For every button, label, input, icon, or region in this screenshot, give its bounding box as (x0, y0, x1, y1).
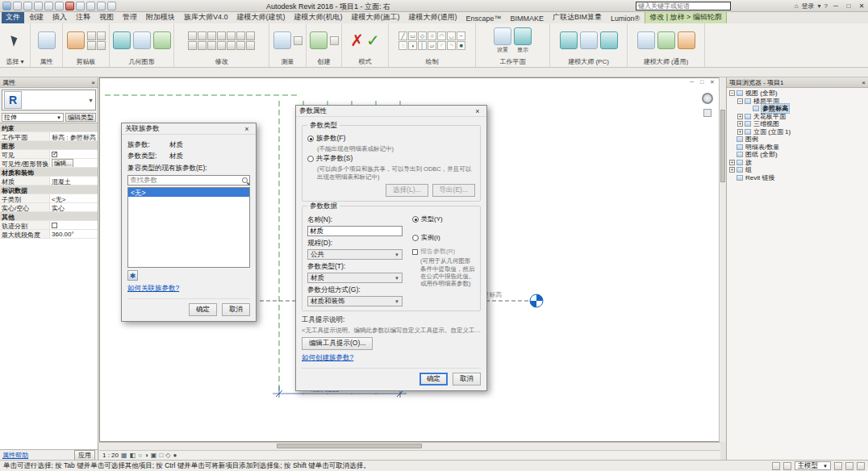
browser-item[interactable]: −楼层平面 (727, 98, 868, 106)
property-value[interactable]: <无> (50, 194, 98, 202)
property-value[interactable]: 360.00° (50, 230, 98, 238)
expand-icon[interactable]: + (737, 129, 743, 135)
draw-circle-icon[interactable]: ○ (428, 31, 436, 40)
array-icon[interactable] (198, 41, 207, 50)
parameter-list-item[interactable]: <无> (128, 188, 249, 197)
tab-12[interactable]: Enscape™ (462, 14, 506, 23)
property-row[interactable]: 材质混凝土 (0, 177, 98, 185)
measure-icon[interactable] (65, 2, 74, 10)
set-workplane-tool[interactable]: 设置 (494, 27, 511, 54)
browser-item[interactable]: −视图 (全部) (727, 90, 868, 98)
worksets-icon[interactable] (772, 462, 780, 470)
temporary-hide-icon[interactable]: ◇ (165, 452, 170, 459)
reveal-hidden-icon[interactable]: ● (173, 452, 177, 459)
panel-label-geometry[interactable]: 几何图形 (110, 57, 173, 67)
param-ok-button[interactable]: 确定 (419, 373, 448, 386)
new-parameter-button[interactable]: ✱ (127, 270, 138, 281)
tab-8[interactable]: 建模大师(建筑) (233, 11, 290, 23)
instance-option[interactable]: 实例(I) (412, 233, 475, 242)
name-input[interactable] (307, 226, 403, 236)
tab-9[interactable]: 建模大师(机电) (290, 11, 347, 23)
panel-label-mm-pc[interactable]: 建模大师 (PC) (550, 57, 627, 67)
collapse-icon[interactable]: − (737, 98, 743, 104)
draw-center-arc-icon[interactable]: ◝ (447, 41, 456, 50)
param-type-combo[interactable]: 材质 ▼ (307, 273, 403, 283)
view-window-controls[interactable]: ─ □ ✕ (690, 79, 717, 85)
assoc-dialog-close-icon[interactable]: × (241, 125, 252, 133)
tab-10[interactable]: 建模大师(施工) (348, 11, 404, 23)
collapse-icon[interactable]: − (729, 90, 735, 96)
open-icon[interactable] (13, 2, 22, 10)
group-by-combo[interactable]: 材质和装饰 ▼ (307, 296, 403, 306)
discipline-combo[interactable]: 公共 ▼ (307, 249, 403, 260)
type-selector[interactable]: R ▼ (2, 90, 96, 110)
match-props-icon[interactable] (97, 41, 106, 50)
export-shared-button[interactable]: 导出(E)... (432, 184, 475, 197)
type-selector-chevron-down-icon[interactable]: ▼ (88, 98, 94, 103)
property-row[interactable]: 工作平面标高 : 参照标高 (0, 132, 98, 141)
move-icon[interactable] (217, 31, 226, 40)
instance-radio[interactable] (412, 235, 419, 241)
split-icon[interactable] (188, 41, 197, 50)
tab-5[interactable]: 管理 (119, 11, 141, 23)
measure-tool-icon[interactable] (273, 31, 291, 49)
edit-tooltip-button[interactable]: 编辑工具提示(O)... (302, 337, 373, 350)
draw-ellipse-icon[interactable]: ◌ (399, 41, 407, 50)
infocenter-search-input[interactable] (636, 2, 731, 10)
offset-icon[interactable] (198, 31, 207, 40)
property-value[interactable]: 实心 (50, 203, 98, 211)
select-shared-button[interactable]: 选择(L)... (386, 184, 428, 197)
draw-partial-ellipse-icon[interactable]: ◖ (408, 41, 417, 50)
pick-lines-icon[interactable]: │ (418, 41, 427, 50)
panel-label-workplane[interactable]: 工作平面 (476, 57, 549, 67)
property-row[interactable]: 可见性/图形替换编辑... (0, 159, 98, 168)
property-value[interactable] (50, 221, 98, 229)
tab-4[interactable]: 视图 (95, 11, 118, 23)
property-value[interactable]: 标高 : 参照标高 (50, 132, 98, 140)
browser-item[interactable]: +三维视图 (727, 120, 868, 128)
expand-icon[interactable]: + (737, 121, 743, 127)
scale-control[interactable]: 1 : 20 (102, 452, 119, 459)
property-value[interactable] (50, 150, 98, 158)
vertical-scrollbar-thumb[interactable] (720, 110, 725, 182)
show-crop-icon[interactable]: □ (159, 452, 163, 459)
project-browser-close-icon[interactable]: × (862, 79, 866, 86)
exchange-icon[interactable]: ▾ (818, 2, 821, 10)
shared-parameter-radio[interactable] (307, 156, 314, 162)
edit-visibility-button[interactable]: 编辑... (52, 159, 73, 167)
draw-rectangle-icon[interactable]: ▭ (408, 31, 417, 40)
tab-7[interactable]: 族库大师V4.0 (180, 11, 232, 23)
panel-label-properties[interactable]: 属性 (31, 57, 62, 67)
parameter-list[interactable]: <无> (127, 187, 250, 268)
property-value[interactable]: 编辑... (50, 159, 98, 167)
tab-14[interactable]: 广联达BIM算量 (549, 11, 606, 23)
scale-icon[interactable] (207, 41, 216, 50)
tab-1[interactable]: 创建 (25, 11, 48, 23)
properties-close-icon[interactable]: × (91, 79, 95, 86)
3d-view-icon[interactable] (86, 2, 95, 10)
tab-context-modify[interactable]: 修改 | 放样 > 编辑轮廓 (645, 10, 727, 23)
extend-icon[interactable] (246, 41, 255, 50)
pin-icon[interactable] (217, 41, 226, 50)
tab-11[interactable]: 建模大师(通用) (405, 11, 461, 23)
draw-line-icon[interactable]: ╱ (399, 31, 407, 40)
mm-pc-tool2-icon[interactable] (580, 31, 598, 49)
draw-arc-icon[interactable]: ◠ (437, 31, 446, 40)
property-checkbox[interactable] (52, 223, 57, 228)
property-value[interactable]: 混凝土 (50, 177, 98, 185)
property-row[interactable]: 轨迹分割 (0, 221, 98, 230)
redo-icon[interactable] (44, 2, 53, 10)
type-option[interactable]: 类型(Y) (412, 215, 475, 223)
create-similar-icon[interactable] (330, 36, 339, 45)
property-row[interactable]: 子类别<无> (0, 194, 98, 203)
undo-icon[interactable] (34, 2, 43, 10)
tab-0[interactable]: 文件 (2, 11, 24, 23)
mm-gen-tool2-icon[interactable] (657, 31, 675, 49)
copy-icon[interactable] (87, 31, 96, 40)
assoc-cancel-button[interactable]: 取消 (222, 303, 250, 316)
detail-level-icon[interactable]: ▦ (121, 452, 127, 459)
thin-lines-icon[interactable] (107, 2, 116, 10)
tab-2[interactable]: 插入 (48, 11, 71, 23)
dimension-icon[interactable] (294, 36, 303, 45)
signin-label[interactable]: 登录 (802, 2, 815, 10)
